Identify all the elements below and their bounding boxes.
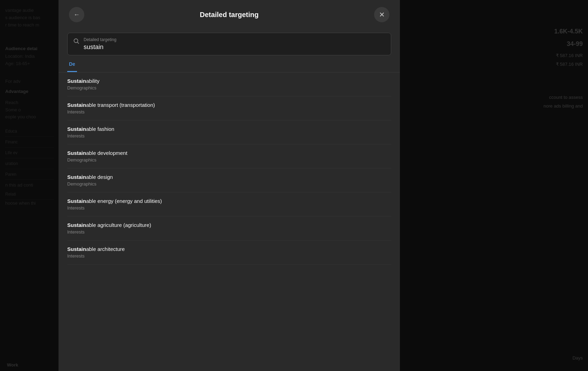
- result-name-development: Sustainable development: [67, 150, 391, 156]
- result-item-transport[interactable]: Sustainable transport (transportation) I…: [67, 96, 391, 120]
- result-item-fashion[interactable]: Sustainable fashion Interests: [67, 120, 391, 144]
- result-category-agriculture: Interests: [67, 229, 391, 235]
- result-name-agriculture: Sustainable agriculture (agriculture): [67, 222, 391, 228]
- search-label: Detailed targeting: [84, 37, 116, 42]
- result-name-design: Sustainable design: [67, 174, 391, 180]
- search-text-area: Detailed targeting sustain: [84, 37, 116, 51]
- result-item-energy[interactable]: Sustainable energy (energy and utilities…: [67, 192, 391, 216]
- result-name-sustainability: Sustainability: [67, 78, 391, 84]
- detailed-targeting-modal: ← Detailed targeting ✕ Detailed targetin…: [59, 0, 400, 371]
- search-icon: [73, 38, 79, 46]
- result-item-development[interactable]: Sustainable development Demographics: [67, 144, 391, 168]
- result-category-transport: Interests: [67, 109, 391, 115]
- modal-header: ← Detailed targeting ✕: [59, 0, 400, 29]
- result-name-energy: Sustainable energy (energy and utilities…: [67, 198, 391, 204]
- back-button[interactable]: ←: [69, 7, 84, 22]
- result-category-energy: Interests: [67, 205, 391, 211]
- results-list: Sustainability Demographics Sustainable …: [59, 72, 400, 371]
- result-category-fashion: Interests: [67, 133, 391, 139]
- result-name-fashion: Sustainable fashion: [67, 126, 391, 132]
- result-category-sustainability: Demographics: [67, 85, 391, 90]
- result-name-transport: Sustainable transport (transportation): [67, 102, 391, 108]
- result-category-design: Demographics: [67, 181, 391, 187]
- modal-title: Detailed targeting: [200, 11, 259, 19]
- tab-detailed[interactable]: De: [67, 57, 77, 72]
- svg-line-1: [77, 42, 79, 44]
- search-container: Detailed targeting sustain: [59, 29, 400, 55]
- result-name-architecture: Sustainable architecture: [67, 246, 391, 252]
- result-item-agriculture[interactable]: Sustainable agriculture (agriculture) In…: [67, 216, 391, 240]
- close-button[interactable]: ✕: [374, 7, 389, 22]
- back-arrow-icon: ←: [74, 11, 80, 18]
- result-item-sustainability[interactable]: Sustainability Demographics: [67, 72, 391, 96]
- result-item-architecture[interactable]: Sustainable architecture Interests: [67, 240, 391, 265]
- result-item-design[interactable]: Sustainable design Demographics: [67, 168, 391, 192]
- search-value: sustain: [84, 44, 116, 51]
- result-category-development: Demographics: [67, 157, 391, 163]
- result-category-architecture: Interests: [67, 253, 391, 259]
- close-icon: ✕: [379, 10, 385, 19]
- tabs-area: De: [59, 57, 400, 72]
- search-box[interactable]: Detailed targeting sustain: [67, 33, 391, 55]
